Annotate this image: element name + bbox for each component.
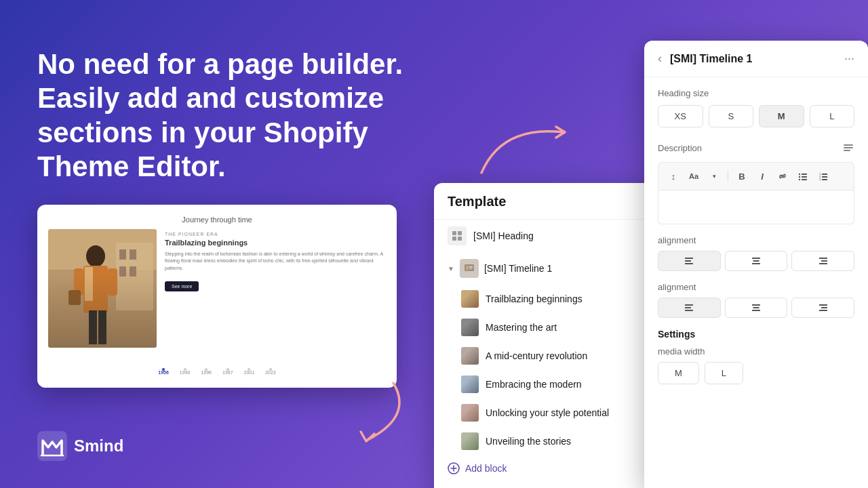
svg-rect-47 <box>821 260 827 262</box>
svg-rect-35 <box>822 174 827 175</box>
timeline-year-6[interactable]: 2023 <box>265 370 276 375</box>
toolbar-link-button[interactable] <box>774 168 791 184</box>
svg-rect-46 <box>819 258 827 259</box>
svg-rect-44 <box>753 260 760 262</box>
alignment-section-2: alignment <box>658 282 854 318</box>
svg-rect-25 <box>844 144 853 146</box>
timeline-year-4[interactable]: 1997 <box>222 370 233 375</box>
svg-rect-4 <box>130 249 136 260</box>
svg-rect-17 <box>458 231 462 235</box>
svg-rect-9 <box>85 267 93 301</box>
align-center-btn-2[interactable] <box>725 298 788 318</box>
logo-text: Smind <box>74 436 123 455</box>
sub-item-6[interactable]: Unveiling the stories <box>448 427 671 455</box>
text-editor-toolbar: ↕ Aa ▾ B I <box>658 162 854 190</box>
svg-rect-26 <box>844 147 853 148</box>
description-text-area[interactable] <box>658 190 854 224</box>
align-right-btn-1[interactable] <box>791 251 854 271</box>
template-items-list: [SMI] Heading ▼ [SMI] Timeline 1 Trailbl… <box>434 220 671 488</box>
sub-item-5[interactable]: Unlocking your style potential <box>448 399 671 427</box>
svg-point-30 <box>799 176 800 178</box>
template-item-timeline[interactable]: ▼ [SMI] Timeline 1 <box>434 252 671 285</box>
toolbar-bold-button[interactable]: B <box>734 168 750 184</box>
heading-icon <box>448 226 467 245</box>
add-block-button[interactable]: Add block <box>434 455 671 481</box>
svg-rect-57 <box>819 310 827 311</box>
preview-title: Journey through time <box>48 216 386 224</box>
template-item-heading[interactable]: [SMI] Heading <box>434 220 671 252</box>
media-size-buttons: M L <box>658 362 854 384</box>
timeline-year-3[interactable]: 1996 <box>201 370 212 375</box>
expand-arrow-icon: ▼ <box>448 265 454 272</box>
more-options-button[interactable]: ··· <box>844 52 854 66</box>
svg-rect-18 <box>452 237 456 241</box>
svg-text:3.: 3. <box>819 178 821 181</box>
size-l-button[interactable]: L <box>810 105 855 127</box>
media-size-m-button[interactable]: M <box>658 362 699 384</box>
toolbar-arrows-button[interactable]: ↕ <box>665 168 682 184</box>
svg-rect-39 <box>822 179 827 180</box>
alignment-buttons-1 <box>658 251 854 271</box>
svg-rect-40 <box>685 258 693 259</box>
sub-item-4[interactable]: Embracing the modern <box>448 370 671 399</box>
settings-section-title: Settings <box>658 329 854 340</box>
sub-item-5-thumb <box>461 404 479 422</box>
add-block-icon <box>448 462 460 474</box>
settings-panel: ‹ [SMI] Timeline 1 ··· Heading size XS S… <box>644 41 868 488</box>
preview-see-more-button[interactable]: See more <box>165 281 199 291</box>
toolbar-ordered-list-button[interactable]: 1. 2. 3. <box>815 168 831 184</box>
timeline-year-2[interactable]: 1990 <box>180 370 191 375</box>
svg-rect-27 <box>844 150 850 151</box>
svg-rect-55 <box>819 304 827 306</box>
smind-logo-icon <box>37 431 67 461</box>
sub-item-3-thumb <box>461 347 479 365</box>
template-header: Template <box>434 183 671 220</box>
align-center-btn-1[interactable] <box>725 251 788 271</box>
svg-rect-53 <box>753 307 760 308</box>
svg-point-7 <box>86 245 105 267</box>
size-xs-button[interactable]: XS <box>658 105 703 127</box>
svg-rect-16 <box>452 231 456 235</box>
template-panel: Template [SMI] Heading ▼ <box>434 183 671 488</box>
media-width-label: media width <box>658 346 854 357</box>
media-size-l-button[interactable]: L <box>705 362 743 384</box>
alignment-buttons-2 <box>658 298 854 318</box>
description-icon <box>842 141 854 155</box>
size-s-button[interactable]: S <box>709 105 754 127</box>
heading-label: [SMI] Heading <box>473 230 534 241</box>
preview-image <box>48 229 157 348</box>
svg-point-28 <box>799 174 800 175</box>
sub-item-6-thumb <box>461 432 479 450</box>
sub-item-1[interactable]: Trailblazing beginnings <box>448 285 671 313</box>
svg-rect-43 <box>752 258 760 259</box>
svg-rect-22 <box>469 266 473 268</box>
size-m-button[interactable]: M <box>759 105 804 127</box>
timeline-year-1[interactable]: 1956 <box>158 370 169 375</box>
svg-point-32 <box>799 179 800 180</box>
alignment-label-2: alignment <box>658 282 854 292</box>
settings-title: [SMI] Timeline 1 <box>670 53 844 65</box>
toolbar-font-button[interactable]: Aa <box>686 168 702 184</box>
svg-rect-29 <box>802 174 807 175</box>
back-button[interactable]: ‹ <box>658 52 662 66</box>
toolbar-dropdown-button[interactable]: ▾ <box>706 168 722 184</box>
align-right-btn-2[interactable] <box>791 298 854 318</box>
sub-item-6-label: Unveiling the stories <box>486 436 571 447</box>
preview-era-label: THE PIONEER ERA <box>165 232 386 237</box>
svg-rect-23 <box>469 268 472 269</box>
timeline-year-5[interactable]: 2001 <box>244 370 255 375</box>
toolbar-italic-button[interactable]: I <box>754 168 770 184</box>
align-left-btn-2[interactable] <box>658 298 721 318</box>
sub-item-3[interactable]: A mid-century revolution <box>448 342 671 370</box>
svg-rect-3 <box>119 249 126 260</box>
svg-rect-54 <box>752 310 760 311</box>
svg-rect-5 <box>119 266 126 277</box>
sub-item-5-label: Unlocking your style potential <box>486 407 609 418</box>
svg-rect-33 <box>802 179 807 180</box>
align-left-btn-1[interactable] <box>658 251 721 271</box>
svg-rect-31 <box>802 176 807 178</box>
sub-item-2[interactable]: Mastering the art <box>448 313 671 342</box>
svg-rect-42 <box>685 263 693 264</box>
alignment-section-1: alignment <box>658 235 854 271</box>
toolbar-list-button[interactable] <box>795 168 811 184</box>
